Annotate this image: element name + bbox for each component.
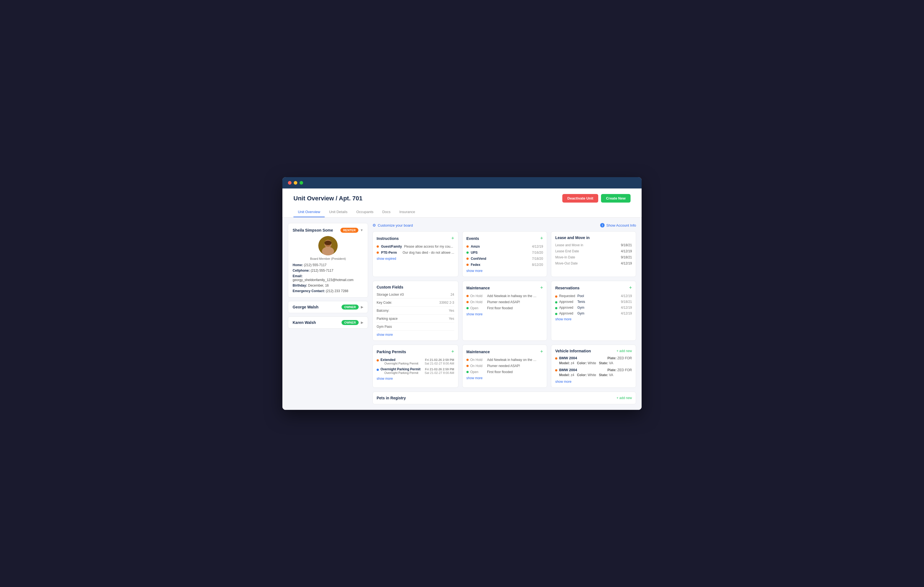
board: ⚙ Customize your board i Show Account In… xyxy=(373,223,636,404)
maintenance2-show-more[interactable]: show more xyxy=(467,376,543,380)
maximize-button[interactable] xyxy=(300,181,303,185)
reservations-add-button[interactable]: + xyxy=(629,285,632,291)
sidebar: Sheila Simpson Some RENTER ▼ xyxy=(288,223,368,329)
owner-george-card: George Walsh OWNER ▶ xyxy=(288,301,368,313)
renter-name: Sheila Simpson Some xyxy=(293,228,333,232)
maint1-item-0: On Hold Add Newleak in hallway on the se… xyxy=(467,294,543,298)
page-title: Unit Overview / Apt. 701 xyxy=(294,195,363,202)
owner-george-name: George Walsh xyxy=(293,305,318,309)
custom-fields-show-more[interactable]: show more xyxy=(376,333,454,337)
events-add-button[interactable]: + xyxy=(540,235,543,241)
owner-karen-badge: OWNER xyxy=(342,320,359,325)
owner-george-badge: OWNER xyxy=(342,304,359,309)
reservations-show-more[interactable]: show more xyxy=(555,317,632,321)
maintenance1-card: Maintenance + On Hold Add Newleak in hal… xyxy=(462,281,548,341)
emergency-contact-row: Emergency Contact: (212) 233 7288 xyxy=(293,289,363,293)
events-show-more[interactable]: show more xyxy=(467,269,543,273)
custom-fields-card: Custom Fields Storage Locker #3 24 Key C… xyxy=(373,281,459,341)
dot-orange xyxy=(467,258,469,260)
maint2-item-1: On Hold Plumer needed ASAP! xyxy=(467,364,543,368)
permit-item-0: Extended Fri 21-02-26 2:59 PM Overnight … xyxy=(376,358,454,365)
vehicle-show-more[interactable]: show more xyxy=(555,380,632,384)
renter-badge: RENTER xyxy=(340,228,358,233)
lease-row-0: Lease and Move in 9/18/21 xyxy=(555,243,632,247)
app-window: Unit Overview / Apt. 701 Deactivate Unit… xyxy=(282,177,642,410)
dot-orange xyxy=(376,245,379,248)
vehicle-add-new-button[interactable]: + add new xyxy=(617,349,632,353)
maint2-item-2: Open First floor flooded xyxy=(467,370,543,374)
dot-green xyxy=(555,301,557,303)
maintenance2-title: Maintenance xyxy=(467,350,490,354)
events-title: Events xyxy=(467,236,479,241)
minimize-button[interactable] xyxy=(294,181,297,185)
deactivate-button[interactable]: Deactivate Unit xyxy=(562,194,598,203)
tab-occupants[interactable]: Occupants xyxy=(352,207,378,217)
owner-george-chevron[interactable]: ▶ xyxy=(361,305,363,309)
instructions-add-button[interactable]: + xyxy=(451,235,454,241)
contact-info: Home: (212) 555-7117 Cellphone: (212) 55… xyxy=(293,263,363,293)
dot-green xyxy=(467,371,469,373)
gear-icon: ⚙ xyxy=(373,223,376,227)
reservations-card: Reservations + Requested Pool 4/12/19 Ap… xyxy=(551,281,636,341)
res-item-3: Approved Gym 4/12/19 xyxy=(555,311,632,315)
dot-orange xyxy=(376,251,379,254)
event-item-1: UPS 7/16/20 xyxy=(467,251,543,255)
maintenance1-show-more[interactable]: show more xyxy=(467,312,543,316)
tab-unit-details[interactable]: Unit Details xyxy=(325,207,352,217)
show-expired-link[interactable]: show expired xyxy=(376,257,454,261)
email-row: Email: georgy_sheldonfamily_123@hotmail.… xyxy=(293,274,363,282)
maintenance1-title: Maintenance xyxy=(467,286,490,290)
create-new-button[interactable]: Create New xyxy=(601,194,630,203)
event-item-3: Fedex 8/12/20 xyxy=(467,263,543,267)
dot-orange xyxy=(555,357,557,360)
tab-insurance[interactable]: Insurance xyxy=(395,207,419,217)
cf-row-2: Balcony: Yes xyxy=(376,309,454,314)
renter-chevron[interactable]: ▼ xyxy=(360,228,363,232)
tab-unit-overview[interactable]: Unit Overview xyxy=(294,207,325,217)
instructions-title: Instructions xyxy=(376,236,399,241)
maintenance1-add-button[interactable]: + xyxy=(540,285,543,291)
dot-orange xyxy=(467,264,469,266)
customize-board-button[interactable]: ⚙ Customize your board xyxy=(373,223,413,227)
pets-add-new-button[interactable]: + add new xyxy=(617,396,632,400)
cellphone-row: Cellphone: (212) 555-7117 xyxy=(293,269,363,273)
instruction-item-0: Guest/Family Please allow access for my … xyxy=(376,245,454,248)
parking-show-more[interactable]: show more xyxy=(376,377,454,380)
vehicle-item-0: BMW 2004 Plate: ZED FOR Model: z4 Color:… xyxy=(555,356,632,365)
tab-docs[interactable]: Docs xyxy=(378,207,395,217)
lease-row-3: Move-Out Date 4/12/19 xyxy=(555,261,632,265)
parking-permits-card: Parking Permits + Extended Fri 21-02-26 … xyxy=(373,345,459,388)
header: Unit Overview / Apt. 701 Deactivate Unit… xyxy=(282,189,642,218)
owner-karen-card: Karen Walsh OWNER ▶ xyxy=(288,316,368,329)
dot-orange xyxy=(555,296,557,298)
lease-row-1: Lease End Date 4/12/19 xyxy=(555,249,632,253)
owner-karen-chevron[interactable]: ▶ xyxy=(361,321,363,324)
pets-title: Pets in Registry xyxy=(376,396,406,400)
lease-row-2: Move-In Date 9/18/21 xyxy=(555,255,632,259)
dot-orange xyxy=(555,369,557,372)
events-card: Events + Amzn 4/12/19 UPS 7/16/20 xyxy=(462,231,548,277)
body-area: Sheila Simpson Some RENTER ▼ xyxy=(282,218,642,410)
instructions-card: Instructions + Guest/Family Please allow… xyxy=(373,231,459,277)
dot-green xyxy=(555,313,557,315)
svg-point-4 xyxy=(324,241,332,245)
dot-orange xyxy=(376,359,379,362)
dot-green xyxy=(555,307,557,309)
vehicle-info-card: Vehicle Information + add new BMW 2004 P… xyxy=(551,345,636,388)
pets-section: Pets in Registry + add new xyxy=(373,392,636,404)
cf-row-4: Gym Pass xyxy=(376,325,454,331)
maint1-item-2: Open First floor flooded xyxy=(467,306,543,310)
dot-orange xyxy=(467,301,469,303)
svg-point-2 xyxy=(322,247,334,255)
birthday-row: Birthday: December, 16 xyxy=(293,284,363,288)
cf-row-0: Storage Locker #3 24 xyxy=(376,293,454,298)
show-account-button[interactable]: i Show Account Info xyxy=(600,223,636,227)
maintenance2-add-button[interactable]: + xyxy=(540,349,543,355)
tabs: Unit Overview Unit Details Occupants Doc… xyxy=(294,207,630,217)
dot-orange xyxy=(467,359,469,361)
header-buttons: Deactivate Unit Create New xyxy=(562,194,630,203)
close-button[interactable] xyxy=(288,181,292,185)
dot-green xyxy=(467,307,469,309)
vehicle-info-header: Vehicle Information + add new xyxy=(555,349,632,353)
parking-permits-add-button[interactable]: + xyxy=(451,349,454,355)
